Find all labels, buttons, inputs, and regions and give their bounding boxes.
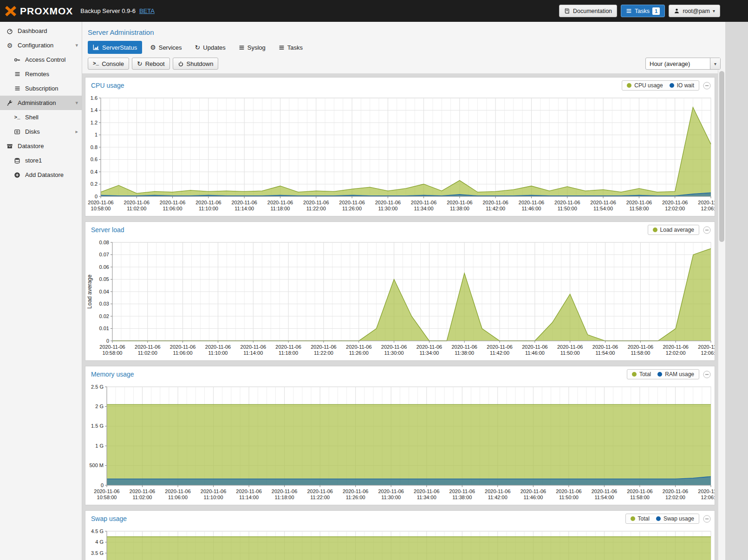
sidebar-item-shell[interactable]: >_Shell <box>0 110 82 124</box>
sidebar-item-dashboard[interactable]: Dashboard <box>0 24 82 38</box>
svg-text:2020-11-06: 2020-11-06 <box>590 200 616 205</box>
svg-text:11:38:00: 11:38:00 <box>452 495 472 500</box>
svg-text:2020-11-06: 2020-11-06 <box>627 488 652 494</box>
sidebar-item-add-datastore[interactable]: Add Datastore <box>0 168 82 182</box>
svg-text:10:58:00: 10:58:00 <box>91 206 111 211</box>
svg-text:2020-11-06: 2020-11-06 <box>267 200 293 205</box>
sidebar-item-remotes[interactable]: Remotes <box>0 67 82 81</box>
svg-text:11:42:00: 11:42:00 <box>488 495 507 500</box>
svg-text:11:18:00: 11:18:00 <box>270 206 290 211</box>
svg-text:0.07: 0.07 <box>99 252 109 257</box>
collapse-panel-button[interactable] <box>703 82 711 90</box>
collapse-panel-button[interactable] <box>703 515 711 523</box>
svg-text:11:38:00: 11:38:00 <box>455 350 474 356</box>
sidebar-item-label: Shell <box>25 114 39 121</box>
list-icon <box>279 45 285 51</box>
sidebar-item-administration[interactable]: Administration▾ <box>0 96 82 110</box>
panel-title: Swap usage <box>91 515 127 522</box>
tab-label: Tasks <box>287 44 303 51</box>
svg-text:2020-11-06: 2020-11-06 <box>519 200 544 205</box>
svg-text:2020-11-06: 2020-11-06 <box>135 344 160 350</box>
list-icon <box>239 45 245 51</box>
svg-text:2 G: 2 G <box>95 404 104 409</box>
collapse-panel-button[interactable] <box>703 226 711 234</box>
legend-item: Swap usage <box>656 515 694 522</box>
range-selector[interactable]: Hour (average) ▾ <box>645 58 721 70</box>
documentation-button[interactable]: Documentation <box>559 5 617 17</box>
svg-text:2020-11-06: 2020-11-06 <box>130 488 155 494</box>
svg-text:11:22:00: 11:22:00 <box>310 495 330 500</box>
tab-services[interactable]: ⚙Services <box>145 41 187 54</box>
svg-text:12:02:00: 12:02:00 <box>666 350 686 356</box>
svg-text:11:58:00: 11:58:00 <box>629 206 649 211</box>
svg-text:11:30:00: 11:30:00 <box>378 206 397 211</box>
user-menu-button[interactable]: root@pam ▾ <box>669 5 720 17</box>
svg-text:12:06:00: 12:06:00 <box>701 350 715 356</box>
svg-text:11:38:00: 11:38:00 <box>450 206 469 211</box>
panel-header: Memory usageTotalRAM usage <box>85 366 715 382</box>
svg-text:11:02:00: 11:02:00 <box>138 350 157 356</box>
tasks-label: Tasks <box>635 8 650 14</box>
sidebar-item-label: Access Control <box>25 56 65 63</box>
svg-text:11:26:00: 11:26:00 <box>346 495 365 500</box>
svg-text:11:18:00: 11:18:00 <box>279 350 298 356</box>
proxmox-x-icon <box>5 6 17 16</box>
chevron-down-icon: ▾ <box>710 58 720 69</box>
tab-tasks[interactable]: Tasks <box>273 41 308 54</box>
svg-text:2020-11-06: 2020-11-06 <box>663 488 688 494</box>
collapse-panel-button[interactable] <box>703 371 711 378</box>
console-button[interactable]: >_Console <box>88 58 129 70</box>
svg-text:2020-11-06: 2020-11-06 <box>346 344 371 350</box>
beta-link[interactable]: BETA <box>139 7 155 14</box>
tab-syslog[interactable]: Syslog <box>234 41 271 54</box>
legend-label: Total <box>639 371 651 378</box>
svg-text:0.08: 0.08 <box>99 240 109 245</box>
terminal-icon: >_ <box>93 61 99 66</box>
svg-text:2020-11-06: 2020-11-06 <box>663 344 688 350</box>
svg-text:2020-11-06: 2020-11-06 <box>241 344 266 350</box>
svg-text:2020-11-06: 2020-11-06 <box>307 488 332 494</box>
svg-text:11:14:00: 11:14:00 <box>234 206 254 211</box>
vertical-scrollbar[interactable] <box>718 70 725 560</box>
svg-text:2020-11-06: 2020-11-06 <box>556 488 581 494</box>
sidebar-item-datastore[interactable]: Datastore <box>0 139 82 153</box>
user-icon <box>674 8 680 14</box>
svg-text:10:58:00: 10:58:00 <box>103 350 123 356</box>
wrench-icon <box>6 100 14 106</box>
scrollbar-thumb[interactable] <box>719 71 724 242</box>
svg-text:11:10:00: 11:10:00 <box>204 495 223 500</box>
header-actions: Documentation Tasks 1 root@pam ▾ <box>559 5 720 17</box>
list-icon <box>13 85 21 91</box>
chart-legend: TotalRAM usage <box>627 369 699 379</box>
svg-text:2020-11-06: 2020-11-06 <box>99 344 125 350</box>
svg-text:2020-11-06: 2020-11-06 <box>195 200 221 205</box>
sidebar-item-label: Remotes <box>25 71 49 78</box>
disk-icon <box>13 129 21 135</box>
archive-icon <box>6 143 14 150</box>
tab-serverstatus[interactable]: ServerStatus <box>88 41 142 54</box>
panel-title: CPU usage <box>91 82 124 89</box>
tasks-button[interactable]: Tasks 1 <box>621 5 665 17</box>
button-label: Shutdown <box>187 60 214 67</box>
svg-text:10:58:00: 10:58:00 <box>97 495 117 500</box>
sidebar-item-configuration[interactable]: ⚙Configuration▾ <box>0 38 82 52</box>
svg-text:11:10:00: 11:10:00 <box>208 350 228 356</box>
panel-header: CPU usageCPU usageIO wait <box>85 78 715 93</box>
sidebar-item-label: Datastore <box>18 143 44 150</box>
sidebar-item-disks[interactable]: Disks▸ <box>0 124 82 139</box>
refresh-icon: ↻ <box>137 60 143 67</box>
legend-item: CPU usage <box>627 82 663 89</box>
sidebar-item-subscription[interactable]: Subscription <box>0 81 82 96</box>
database-icon <box>13 157 21 164</box>
shutdown-button[interactable]: Shutdown <box>173 58 219 70</box>
legend-label: IO wait <box>677 82 694 89</box>
sidebar-item-label: Add Datastore <box>25 171 64 178</box>
sidebar-item-store1[interactable]: store1 <box>0 153 82 168</box>
tab-updates[interactable]: ↻Updates <box>190 41 231 54</box>
svg-text:1.6: 1.6 <box>91 95 98 101</box>
sidebar-item-access-control[interactable]: Access Control <box>0 52 82 67</box>
reboot-button[interactable]: ↻Reboot <box>132 58 170 70</box>
chart-body: 00.20.40.60.811.21.41.62020-11-0610:58:0… <box>85 93 715 216</box>
svg-text:2020-11-06: 2020-11-06 <box>170 344 195 350</box>
caret-down-icon: ▾ <box>75 100 78 106</box>
